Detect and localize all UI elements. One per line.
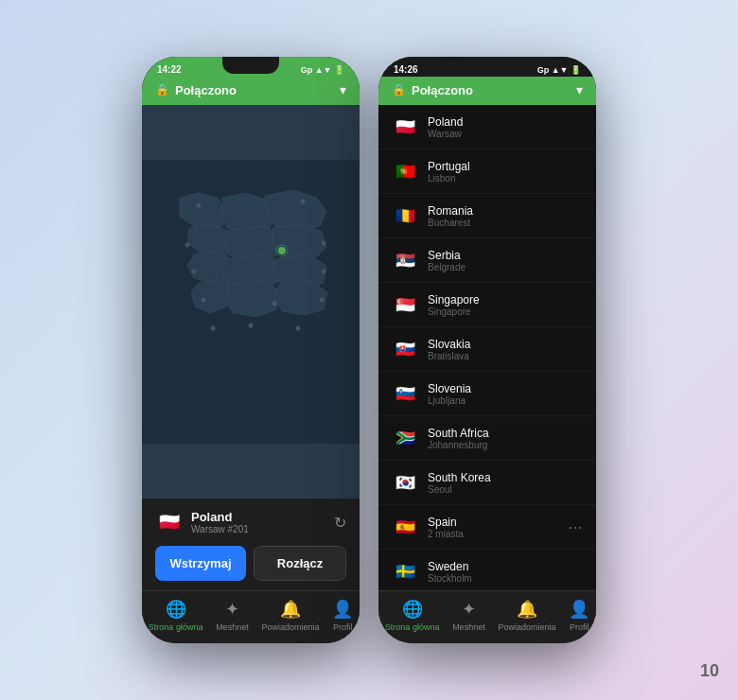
phone-notch xyxy=(222,57,279,74)
svg-point-4 xyxy=(301,200,306,204)
refresh-icon[interactable]: ↻ xyxy=(334,514,346,532)
list-country-name: Serbia xyxy=(428,249,466,262)
nav-notifications-1[interactable]: 🔔 Powiadomienia xyxy=(261,599,319,632)
connected-label-2: Połączono xyxy=(412,83,473,97)
list-country-city: Bucharest xyxy=(428,218,473,228)
list-country-city: Singapore xyxy=(428,306,480,317)
nav-notifications-2[interactable]: 🔔 Powiadomienia xyxy=(498,599,555,632)
chevron-1[interactable]: ▾ xyxy=(340,82,346,97)
svg-point-9 xyxy=(202,298,206,303)
list-item[interactable]: 🇷🇸SerbiaBelgrade xyxy=(378,238,596,283)
list-country-info: PolandWarsaw xyxy=(428,115,463,139)
signal-1: Gp ▲▼ 🔋 xyxy=(301,65,344,75)
phone-list: 14:26 Gp ▲▼ 🔋 🔒 Połączono ▾ 🇵🇱PolandWars… xyxy=(378,57,596,643)
list-country-name: Spain xyxy=(428,516,464,529)
nav-notifications-label-1: Powiadomienia xyxy=(261,622,319,632)
list-flag: 🇷🇸 xyxy=(392,247,418,273)
list-item[interactable]: 🇷🇴RomaniaBucharest xyxy=(378,194,596,238)
bell-icon-1: 🔔 xyxy=(280,599,301,620)
list-country-name: Singapore xyxy=(428,293,480,306)
list-country-info: SloveniaLjubljana xyxy=(428,382,471,406)
list-flag: 🇷🇴 xyxy=(392,202,418,229)
nav-meshnet-1[interactable]: ✦ Meshnet xyxy=(216,599,249,632)
list-flag: 🇸🇬 xyxy=(392,291,418,318)
list-country-city: Warsaw xyxy=(428,129,463,139)
nav-profile-label-1: Profil xyxy=(333,622,353,632)
nav-home-label-1: Strona główna xyxy=(149,622,203,632)
list-item[interactable]: 🇸🇰SlovakiaBratislava xyxy=(378,327,596,372)
list-country-name: Slovakia xyxy=(428,338,470,351)
list-country-info: SlovakiaBratislava xyxy=(428,338,470,361)
list-flag: 🇵🇹 xyxy=(392,158,418,184)
meshnet-icon-1: ✦ xyxy=(225,599,239,620)
nav-home-2[interactable]: 🌐 Strona główna xyxy=(385,599,440,632)
list-country-city: Lisbon xyxy=(428,173,470,184)
svg-point-8 xyxy=(322,270,326,274)
nav-profile-1[interactable]: 👤 Profil xyxy=(332,599,353,632)
bottom-nav-1: 🌐 Strona główna ✦ Meshnet 🔔 Powiadomieni… xyxy=(142,590,360,643)
stop-button[interactable]: Wstrzymaj xyxy=(155,546,246,581)
selected-country-city: Warsaw #201 xyxy=(191,524,249,534)
list-flag: 🇵🇱 xyxy=(392,114,418,140)
nav-home-label-2: Strona główna xyxy=(385,622,440,632)
svg-point-5 xyxy=(185,243,190,248)
list-country-city: Bratislava xyxy=(428,351,470,361)
phone-bottom-info: 🇵🇱 Poland Warsaw #201 ↻ Wstrzymaj Rozłąc… xyxy=(142,499,360,590)
nav-meshnet-2[interactable]: ✦ Meshnet xyxy=(452,599,485,632)
connected-bar-1[interactable]: 🔒 Połączono ▾ xyxy=(142,77,360,105)
chevron-2[interactable]: ▾ xyxy=(576,82,583,97)
list-country-city: Johannesburg xyxy=(428,440,489,450)
list-item[interactable]: 🇸🇪SwedenStockholm xyxy=(378,550,596,590)
list-item[interactable]: 🇸🇮SloveniaLjubljana xyxy=(378,372,596,416)
more-icon[interactable]: ⋯ xyxy=(568,518,583,536)
svg-point-12 xyxy=(211,326,216,331)
time-2: 14:26 xyxy=(394,64,418,75)
list-country-name: South Africa xyxy=(428,427,489,440)
home-icon-2: 🌐 xyxy=(402,599,423,620)
phone-map: 14:22 Gp ▲▼ 🔋 🔒 Połączono ▾ xyxy=(142,57,360,643)
nav-profile-label-2: Profil xyxy=(570,622,589,632)
profile-icon-2: 👤 xyxy=(569,599,589,620)
list-country-city: Belgrade xyxy=(428,262,466,272)
list-country-info: SwedenStockholm xyxy=(428,560,472,584)
list-item[interactable]: 🇵🇱PolandWarsaw xyxy=(378,105,596,149)
nav-profile-2[interactable]: 👤 Profil xyxy=(569,599,589,632)
svg-point-7 xyxy=(192,270,197,274)
nav-notifications-label-2: Powiadomienia xyxy=(498,622,555,632)
svg-point-3 xyxy=(197,203,202,208)
svg-point-13 xyxy=(249,324,254,328)
list-item[interactable]: 🇰🇷South KoreaSeoul xyxy=(378,461,596,505)
list-item[interactable]: 🇪🇸Spain2 miasta⋯ xyxy=(378,505,596,550)
nav-meshnet-label-1: Meshnet xyxy=(216,622,249,632)
nav-home-1[interactable]: 🌐 Strona główna xyxy=(149,599,203,632)
meshnet-icon-2: ✦ xyxy=(462,599,476,620)
disconnect-button[interactable]: Rozłącz xyxy=(254,546,346,581)
list-flag: 🇸🇪 xyxy=(392,558,418,585)
list-flag: 🇰🇷 xyxy=(392,469,418,496)
svg-point-10 xyxy=(272,302,277,306)
nav-meshnet-label-2: Meshnet xyxy=(452,622,485,632)
list-item[interactable]: 🇸🇬SingaporeSingapore xyxy=(378,283,596,327)
selected-country-name: Poland xyxy=(191,510,249,524)
signal-2: Gp ▲▼ 🔋 xyxy=(537,65,581,75)
lock-icon-2: 🔒 xyxy=(392,83,406,96)
list-item[interactable]: 🇵🇹PortugalLisbon xyxy=(378,149,596,194)
list-country-info: RomaniaBucharest xyxy=(428,204,473,228)
svg-point-1 xyxy=(278,247,286,254)
list-country-name: Slovenia xyxy=(428,382,471,395)
list-flag: 🇪🇸 xyxy=(392,514,418,540)
list-country-name: Portugal xyxy=(428,160,470,173)
connected-label-1: Połączono xyxy=(175,83,237,97)
list-flag: 🇸🇮 xyxy=(392,380,418,407)
list-country-city: 2 miasta xyxy=(428,529,464,539)
list-item[interactable]: 🇿🇦South AfricaJohannesburg xyxy=(378,416,596,461)
connected-bar-2[interactable]: 🔒 Połączono ▾ xyxy=(378,77,596,105)
list-country-name: Sweden xyxy=(428,560,472,573)
list-country-info: South AfricaJohannesburg xyxy=(428,427,489,450)
list-flag: 🇸🇰 xyxy=(392,336,418,362)
map-svg xyxy=(142,105,360,499)
list-country-city: Seoul xyxy=(428,484,491,495)
list-country-info: Spain2 miasta xyxy=(428,516,464,539)
list-country-info: PortugalLisbon xyxy=(428,160,470,184)
svg-point-11 xyxy=(320,298,325,303)
